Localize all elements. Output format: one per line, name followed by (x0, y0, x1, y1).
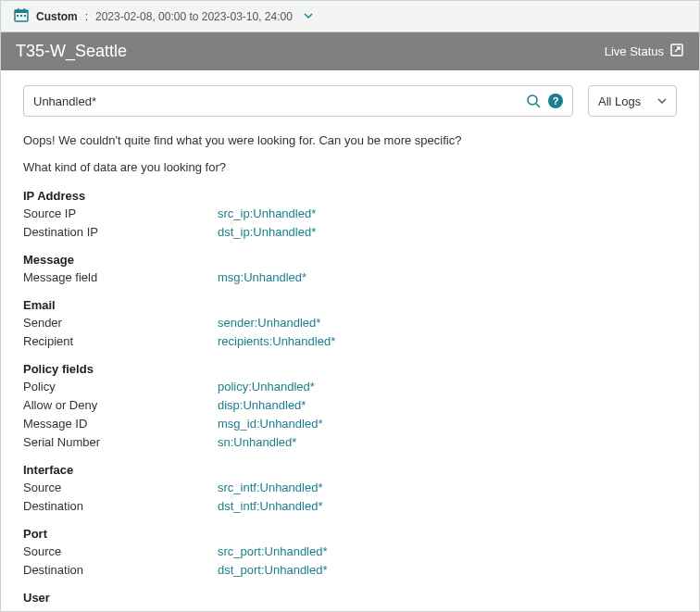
suggestion-row: Destinationdst_intf:Unhandled* (23, 497, 677, 516)
prompt-message: What kind of data are you looking for? (23, 160, 677, 174)
suggestion-label: Sender (23, 314, 218, 332)
suggestion-label: Message ID (23, 415, 218, 433)
external-link-icon (669, 43, 684, 60)
search-icon[interactable] (526, 94, 541, 108)
suggestion-row: Source IPsrc_ip:Unhandled* (23, 205, 677, 223)
suggestion-link[interactable]: dst_intf:Unhandled* (218, 497, 322, 516)
suggestion-row: Destination IPdst_ip:Unhandled* (23, 223, 677, 242)
suggestion-label: Allow or Deny (23, 396, 218, 415)
suggestion-row: Recipientrecipients:Unhandled* (23, 332, 677, 351)
suggestion-link[interactable]: dst_ip:Unhandled* (218, 223, 316, 242)
section-heading: Port (23, 527, 677, 541)
suggestion-label: Destination (23, 561, 218, 580)
chevron-down-icon (657, 94, 667, 108)
search-row: ? All Logs (1, 70, 699, 126)
suggestion-sections: IP AddressSource IPsrc_ip:Unhandled*Dest… (23, 189, 677, 611)
suggestion-label: Serial Number (23, 433, 218, 452)
suggestion-row: Sourcesrc_user:Unhandled* (23, 606, 677, 611)
suggestion-label: Source (23, 479, 218, 497)
section-heading: Policy fields (23, 362, 677, 376)
content-area: Oops! We couldn't quite find what you we… (1, 126, 699, 611)
svg-rect-6 (24, 15, 26, 17)
suggestion-row: Sourcesrc_intf:Unhandled* (23, 479, 677, 497)
suggestion-link[interactable]: src_intf:Unhandled* (218, 479, 322, 497)
suggestion-row: Sendersender:Unhandled* (23, 314, 677, 332)
suggestion-label: Message field (23, 269, 218, 287)
suggestion-link[interactable]: src_port:Unhandled* (218, 543, 328, 561)
suggestion-link[interactable]: msg:Unhandled* (218, 269, 306, 287)
suggestion-label: Destination (23, 497, 218, 516)
suggestion-row: Policypolicy:Unhandled* (23, 378, 677, 396)
live-status-label: Live Status (605, 44, 664, 58)
section-heading: Email (23, 298, 677, 312)
suggestion-row: Sourcesrc_port:Unhandled* (23, 543, 677, 561)
section-heading: Message (23, 253, 677, 267)
suggestion-link[interactable]: sender:Unhandled* (218, 314, 320, 332)
suggestion-label: Policy (23, 378, 218, 396)
search-input[interactable] (33, 94, 519, 108)
section-heading: Interface (23, 463, 677, 477)
date-mode-label: Custom (36, 10, 78, 23)
section-heading: User (23, 591, 677, 605)
suggestion-row: Destinationdst_port:Unhandled* (23, 561, 677, 580)
live-status-link[interactable]: Live Status (605, 43, 684, 60)
date-range-value: 2023-02-08, 00:00 to 2023-03-10, 24:00 (95, 10, 293, 23)
suggestion-row: Allow or Denydisp:Unhandled* (23, 396, 677, 415)
chevron-down-icon[interactable] (304, 10, 313, 23)
suggestion-row: Serial Numbersn:Unhandled* (23, 433, 677, 452)
title-bar: T35-W_Seattle Live Status (1, 32, 699, 70)
not-found-message: Oops! We couldn't quite find what you we… (23, 133, 677, 147)
svg-rect-4 (17, 15, 19, 17)
suggestion-link[interactable]: policy:Unhandled* (218, 378, 315, 396)
suggestion-label: Recipient (23, 332, 218, 351)
logs-dropdown[interactable]: All Logs (588, 85, 677, 117)
suggestion-link[interactable]: recipients:Unhandled* (218, 332, 335, 351)
date-range-bar[interactable]: Custom: 2023-02-08, 00:00 to 2023-03-10,… (1, 1, 699, 32)
help-icon[interactable]: ? (548, 94, 563, 108)
search-box: ? (23, 85, 573, 117)
suggestion-link[interactable]: dst_port:Unhandled* (218, 561, 328, 580)
svg-point-8 (528, 95, 537, 105)
section-heading: IP Address (23, 189, 677, 203)
suggestion-row: Message fieldmsg:Unhandled* (23, 269, 677, 287)
app-window: Custom: 2023-02-08, 00:00 to 2023-03-10,… (0, 0, 700, 612)
suggestion-link[interactable]: src_user:Unhandled* (218, 606, 330, 611)
suggestion-label: Source IP (23, 205, 218, 223)
page-title: T35-W_Seattle (16, 42, 127, 61)
suggestion-link[interactable]: msg_id:Unhandled* (218, 415, 322, 433)
suggestion-link[interactable]: src_ip:Unhandled* (218, 205, 316, 223)
suggestion-link[interactable]: sn:Unhandled* (218, 433, 296, 452)
suggestion-link[interactable]: disp:Unhandled* (218, 396, 306, 415)
logs-dropdown-label: All Logs (598, 94, 641, 108)
svg-rect-1 (15, 10, 28, 13)
svg-rect-5 (20, 15, 22, 17)
svg-rect-3 (24, 8, 26, 11)
suggestion-label: Source (23, 543, 218, 561)
suggestion-label: Destination IP (23, 223, 218, 242)
suggestion-label: Source (23, 606, 218, 611)
suggestion-row: Message IDmsg_id:Unhandled* (23, 415, 677, 433)
svg-rect-2 (18, 8, 19, 11)
calendar-icon (14, 7, 29, 25)
